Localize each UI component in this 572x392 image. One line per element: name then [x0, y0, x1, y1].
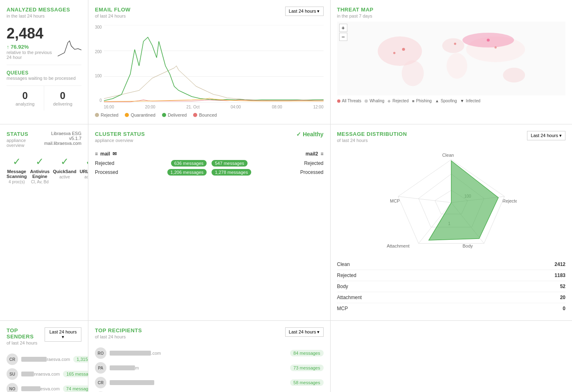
x-label-oct21: 21. Oct [187, 105, 200, 109]
top-senders-subtitle: of last 24 hours [7, 340, 45, 345]
svg-point-14 [494, 46, 496, 48]
status-checks: ✓ MessageScanning 4 proc(s) ✓ AntivirusE… [7, 156, 81, 184]
whaling-label: Whaling [369, 99, 384, 103]
legend-quarantined: Quarantined [125, 113, 155, 117]
legend-rejected-label: Rejected [101, 113, 118, 117]
msg-dist-title: MESSAGE DISTRIBUTION [337, 131, 407, 137]
cluster-nodes: ≡ mail ✉ Rejected 636 messages Processed… [95, 151, 324, 178]
node-mail-name: mail [100, 151, 110, 157]
queue-delivering-count: 0 [44, 90, 82, 101]
check-urlsand: ✓ URLSand active [80, 156, 88, 184]
check-qs-label: QuickSand [53, 169, 76, 174]
map-zoom-in[interactable]: + [339, 24, 347, 32]
sender-avatar-1: CR [7, 354, 18, 365]
dist-clean-value: 2412 [554, 261, 565, 267]
email-flow-title: EMAIL FLOW [95, 7, 131, 13]
node-mail-processed-row: Processed 1,206 messages [95, 169, 207, 176]
whaling-dot [365, 99, 368, 103]
top-recipients-title: TOP RECIPIENTS [95, 327, 142, 333]
recipient-count-2: 73 messages [290, 365, 323, 371]
dist-row-mcp: MCP 0 [337, 303, 566, 314]
legend-delivered-dot [162, 113, 166, 117]
svg-point-5 [401, 61, 423, 86]
dist-mcp-value: 0 [563, 306, 565, 311]
email-flow-legend: Rejected Quarantined Delivered Bounced [95, 113, 324, 117]
svg-text:Clean: Clean [442, 153, 454, 158]
dist-table: Clean 2412 Rejected 1183 Body 52 Attachm… [337, 259, 566, 314]
email-flow-chart [104, 25, 324, 103]
node-mail-rejected-label: Rejected [95, 160, 114, 166]
map-zoom-out[interactable]: − [339, 33, 347, 41]
legend-bounced-label: Bounced [199, 113, 216, 117]
legend-all-threats: All Threats [337, 99, 362, 103]
analyzed-count: 2,484 [7, 25, 58, 42]
svg-point-13 [454, 43, 456, 45]
legend-infected: ▼ Infected [460, 99, 481, 103]
cluster-subtitle: appliance overview [95, 138, 145, 143]
top-senders-panel: TOP SENDERS of last 24 hours Last 24 hou… [0, 321, 88, 392]
top-recipients-panel: TOP RECIPIENTS of last 24 hours Last 24 … [88, 321, 330, 392]
svg-point-6 [442, 38, 464, 53]
analyzed-trend-label: relative to the previous 24 hour [7, 50, 58, 60]
sender-name-2: ████nraesva.com [21, 372, 60, 376]
legend-rejected: Rejected [95, 113, 118, 117]
dist-rejected-label: Rejected [337, 273, 356, 278]
check-scanning-icon: ✓ [7, 156, 27, 167]
recipient-row-1: RO █████████████.com 84 messages [95, 347, 324, 359]
recipient-avatar-1: RO [95, 347, 106, 359]
node-mail-processed-label: Processed [95, 169, 118, 175]
top-recipients-list: RO █████████████.com 84 messages PA ████… [95, 347, 324, 392]
check-us-sub: active [80, 175, 88, 179]
radar-chart: Clean Rejected Body Attachment MCP 100 1 [386, 149, 517, 256]
sender-name-1: ████████raesva.com [21, 357, 70, 362]
phishing-label: Phishing [416, 99, 432, 103]
email-flow-subtitle: of last 24 hours [95, 14, 131, 18]
msg-dist-filter[interactable]: Last 24 hours ▾ [527, 131, 565, 140]
x-label-0800: 08:00 [272, 105, 282, 109]
queue-delivering: 0 delivering [44, 86, 82, 110]
top-senders-filter[interactable]: Last 24 hours ▾ [45, 327, 81, 342]
dist-attachment-value: 20 [560, 295, 565, 300]
recipient-avatar-3: CR [95, 377, 106, 388]
threat-legend: All Threats Whaling ◆ Rejected ■ Phishin… [337, 99, 566, 103]
recipient-row-3: CR ██████████████ 58 messages [95, 377, 324, 388]
sender-avatar-3: NO [7, 383, 18, 392]
email-flow-filter[interactable]: Last 24 hours ▾ [285, 7, 324, 16]
check-quicksand: ✓ QuickSand active [53, 156, 76, 184]
node-mail-lines-icon: ≡ [95, 151, 98, 157]
x-label-2000: 20:00 [145, 105, 155, 109]
x-label-1600: 16:00 [104, 105, 114, 109]
msg-dist-subtitle: of last 24 hours [337, 138, 407, 143]
dist-row-rejected: Rejected 1183 [337, 270, 566, 281]
status-version: Libraesva ESG v5.1.7 [41, 131, 81, 141]
dist-rejected-value: 1183 [554, 273, 565, 278]
spoofing-icon: ▲ [435, 99, 439, 103]
top-recipients-filter[interactable]: Last 24 hours ▾ [285, 327, 324, 337]
check-us-label: URLSand [80, 169, 88, 174]
legend-whaling: Whaling [365, 99, 384, 103]
x-label-1200: 12:00 [313, 105, 323, 109]
x-label-0400: 04:00 [231, 105, 241, 109]
sender-row-2: SU ████nraesva.com 165 messages [7, 368, 81, 380]
queues-subtitle: messages waiting to be processed [7, 76, 81, 81]
cluster-node-mail2: mail2 ≡ 547 messages Rejected 1,278 mess… [212, 151, 323, 178]
analyzed-messages-panel: ANALYZED MESSAGES in the last 24 hours 2… [0, 0, 88, 124]
legend-spoofing: ▲ Spoofing [435, 99, 457, 103]
node-mail-header: ≡ mail ✉ [95, 151, 207, 157]
check-av-label: AntivirusEngine [30, 169, 50, 179]
recipient-row-2: PA ████████m 73 messages [95, 362, 324, 374]
sender-name-3: ██████esva.com [21, 386, 60, 391]
analyzed-trend: ↑ 76.92% [7, 44, 58, 50]
legend-quarantined-dot [125, 113, 129, 117]
node-mail2-processed-count: 1,278 messages [212, 169, 251, 176]
svg-point-7 [446, 53, 467, 79]
all-threats-label: All Threats [342, 99, 362, 103]
top-senders-list: CR ████████raesva.com 1,315 messages SU … [7, 354, 81, 392]
svg-point-15 [486, 38, 489, 41]
recipient-count-3: 58 messages [290, 379, 323, 386]
map-controls: + − [339, 24, 347, 41]
cluster-health: ✓ Healthy [296, 131, 323, 137]
node-mail2-name: mail2 [306, 151, 318, 157]
node-mail2-header: mail2 ≡ [212, 151, 323, 157]
check-qs-icon: ✓ [53, 156, 76, 167]
